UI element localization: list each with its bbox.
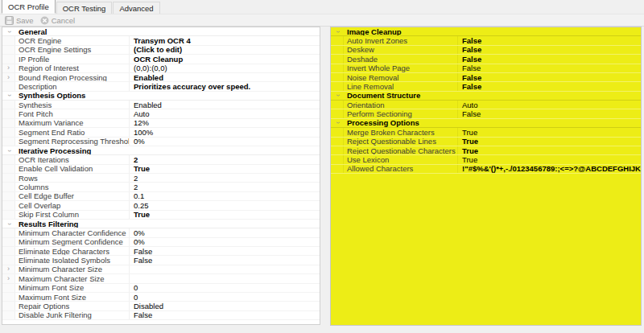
property-row[interactable]: Segment End Ratio100% xyxy=(2,128,320,137)
property-value[interactable]: True xyxy=(130,211,320,219)
property-value[interactable]: 2 xyxy=(130,174,320,182)
chevron-down-icon[interactable]: › xyxy=(6,31,13,33)
property-row[interactable]: OCR EngineTransym OCR 4 xyxy=(2,36,320,45)
property-value[interactable]: 0% xyxy=(130,238,320,246)
property-row[interactable]: IP ProfileOCR Cleanup xyxy=(2,55,320,64)
property-row[interactable]: ›Maximum Character Size xyxy=(2,274,320,283)
tab-ocr-testing[interactable]: OCR Testing xyxy=(56,2,113,14)
chevron-down-icon[interactable]: › xyxy=(6,94,13,97)
property-value[interactable]: False xyxy=(130,256,320,264)
property-row[interactable]: DeshadeFalse xyxy=(331,55,641,64)
property-value[interactable]: False xyxy=(458,46,641,54)
property-row[interactable]: OCR Engine Settings(Click to edit) xyxy=(2,46,320,55)
property-row[interactable]: Merge Broken CharactersTrue xyxy=(331,128,641,137)
property-value[interactable]: (Click to edit) xyxy=(130,46,320,54)
property-value[interactable]: 0 xyxy=(130,284,320,292)
property-row[interactable]: Eliminate Isolated SymbolsFalse xyxy=(2,256,320,265)
property-value[interactable]: True xyxy=(458,146,641,154)
property-row[interactable]: OCR Iterations2 xyxy=(2,155,320,164)
property-row[interactable]: Repair OptionsDisabled xyxy=(2,302,320,310)
property-value[interactable]: False xyxy=(130,247,320,255)
property-row[interactable]: ›Minimum Character Size xyxy=(2,265,320,274)
property-row[interactable]: Perform SectioningFalse xyxy=(331,109,641,118)
property-value[interactable]: 0.25 xyxy=(130,201,320,209)
property-row[interactable]: Line RemovalFalse xyxy=(331,82,641,91)
property-row[interactable]: Allowed Characters!"#$%&'()*+,-./0123456… xyxy=(331,165,641,174)
property-row[interactable]: Columns2 xyxy=(2,183,320,191)
property-row[interactable]: Skip First ColumnTrue xyxy=(2,211,320,220)
property-row[interactable]: Noise RemovalFalse xyxy=(331,73,641,82)
property-value[interactable]: False xyxy=(458,82,641,90)
property-value[interactable]: 0.1 xyxy=(130,192,320,200)
cancel-button[interactable]: Cancel xyxy=(39,14,80,26)
category-row[interactable]: ›Results Filtering xyxy=(2,220,320,228)
property-value[interactable]: True xyxy=(458,128,641,136)
property-row[interactable]: DeskewFalse xyxy=(331,46,641,55)
property-value[interactable]: 0% xyxy=(130,138,320,146)
category-row[interactable]: ›General xyxy=(2,27,320,36)
property-value[interactable]: True xyxy=(458,155,641,163)
chevron-down-icon[interactable]: › xyxy=(6,150,13,152)
property-value[interactable]: 12% xyxy=(130,119,320,127)
property-row[interactable]: Font PitchAuto xyxy=(2,109,320,118)
property-row[interactable]: Reject Questionable LinesTrue xyxy=(331,138,641,146)
category-row[interactable]: ›Synthesis Options xyxy=(2,92,320,101)
property-value[interactable]: Auto xyxy=(458,101,641,109)
property-value[interactable]: 0% xyxy=(130,228,320,236)
property-row[interactable]: Reject Questionable CharactersTrue xyxy=(331,146,641,155)
property-row[interactable]: DescriptionPrioritizes accuracy over spe… xyxy=(2,82,320,91)
property-row[interactable]: Minimum Segment Confidence0% xyxy=(2,238,320,247)
property-value[interactable]: 2 xyxy=(130,155,320,163)
property-value[interactable]: !"#$%&'()*+,-./0123456789:;<=>?@ABCDEFGH… xyxy=(458,165,641,173)
property-value[interactable]: 0 xyxy=(130,293,320,301)
property-value[interactable]: False xyxy=(458,64,641,72)
save-button[interactable]: Save xyxy=(3,14,39,26)
chevron-right-icon[interactable]: › xyxy=(7,265,10,273)
property-value[interactable]: 2 xyxy=(130,183,320,191)
property-value[interactable]: False xyxy=(458,36,641,44)
property-value[interactable]: (0,0):(0,0) xyxy=(130,64,320,72)
property-value[interactable] xyxy=(130,274,320,282)
property-row[interactable]: Rows2 xyxy=(2,174,320,183)
chevron-down-icon[interactable]: › xyxy=(6,223,13,225)
property-row[interactable]: ›Bound Region ProcessingEnabled xyxy=(2,73,320,82)
property-row[interactable]: Disable Junk FilteringFalse xyxy=(2,311,320,320)
property-value[interactable]: Auto xyxy=(130,109,320,117)
property-value[interactable]: True xyxy=(458,138,641,146)
chevron-right-icon[interactable]: › xyxy=(7,64,10,72)
property-value[interactable]: False xyxy=(458,109,641,117)
chevron-down-icon[interactable]: › xyxy=(334,31,341,33)
property-row[interactable]: Use LexiconTrue xyxy=(331,155,641,164)
property-row[interactable]: Maximum Variance12% xyxy=(2,119,320,128)
property-value[interactable]: OCR Cleanup xyxy=(130,55,320,63)
property-row[interactable]: Eliminate Edge CharactersFalse xyxy=(2,247,320,256)
property-row[interactable]: Maximum Font Size0 xyxy=(2,293,320,302)
property-row[interactable]: Minimum Font Size0 xyxy=(2,284,320,293)
chevron-down-icon[interactable]: › xyxy=(334,121,341,124)
property-value[interactable]: Prioritizes accuracy over speed. xyxy=(130,82,320,90)
property-value[interactable]: Enabled xyxy=(130,73,320,81)
property-value[interactable]: Disabled xyxy=(130,302,320,310)
category-row[interactable]: ›Processing Options xyxy=(331,119,641,128)
category-row[interactable]: ›Iterative Processing xyxy=(2,146,320,155)
tab-ocr-profile[interactable]: OCR Profile xyxy=(2,0,56,14)
property-value[interactable]: Transym OCR 4 xyxy=(130,36,320,44)
property-row[interactable]: Cell Overlap0.25 xyxy=(2,201,320,210)
property-value[interactable]: True xyxy=(130,165,320,173)
chevron-down-icon[interactable]: › xyxy=(334,94,341,97)
property-value[interactable]: False xyxy=(458,55,641,63)
property-value[interactable]: False xyxy=(130,311,320,319)
property-value[interactable]: Enabled xyxy=(130,101,320,109)
property-value[interactable]: False xyxy=(458,73,641,81)
category-row[interactable]: ›Document Structure xyxy=(331,92,641,101)
chevron-right-icon[interactable]: › xyxy=(7,275,10,282)
property-row[interactable]: Cell Edge Buffer0.1 xyxy=(2,192,320,201)
property-value[interactable]: 100% xyxy=(130,128,320,136)
property-row[interactable]: Auto Invert ZonesFalse xyxy=(331,36,641,45)
property-row[interactable]: OrientationAuto xyxy=(331,101,641,109)
property-row[interactable]: Invert Whole PageFalse xyxy=(331,64,641,73)
property-row[interactable]: Minimum Character Confidence0% xyxy=(2,228,320,237)
property-row[interactable]: ›Region of Interest(0,0):(0,0) xyxy=(2,64,320,73)
property-row[interactable]: SynthesisEnabled xyxy=(2,101,320,109)
property-value[interactable] xyxy=(130,265,320,273)
